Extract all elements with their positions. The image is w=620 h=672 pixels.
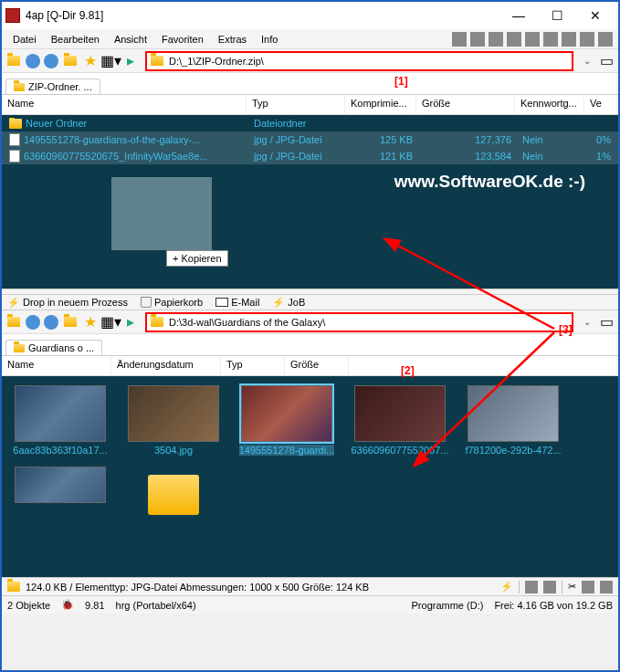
col-typ[interactable]: Typ [221,356,285,375]
maximize-button[interactable]: ☐ [538,3,576,28]
watermark-text: www.SoftwareOK.de :-) [394,172,585,192]
thumb-label: 6aac83b363f10a17... [13,445,107,456]
rightarrow-icon[interactable]: ▸ [122,53,139,69]
tab-folder-icon [14,344,25,352]
menu-bearbeiten[interactable]: Bearbeiten [44,32,107,47]
layout-icon-1[interactable] [452,32,467,47]
file-password: Nein [517,151,586,162]
col-kennwort[interactable]: Kennwortg... [515,95,584,114]
menu-info[interactable]: Info [254,32,285,47]
pane1-address-text: D:\_1\ZIP-Ordner.zip\ [169,56,264,67]
extra-toolbar-icon[interactable]: ▭ [598,314,615,331]
file-size: 123,584 [418,151,517,162]
col-typ[interactable]: Typ [247,95,345,114]
address-dropdown-icon[interactable]: ⌄ [580,317,594,327]
email-button[interactable]: E-Mail [215,297,259,308]
thumbnail[interactable]: 6366096077552067... [349,385,451,456]
nav-up-icon[interactable] [62,314,79,331]
extra-toolbar-icon[interactable]: ▭ [598,53,615,69]
version: 9.81 [85,600,104,611]
view-icon[interactable]: ▦▾ [102,314,119,331]
rightarrow-icon[interactable]: ▸ [122,314,139,331]
minimize-button[interactable]: — [499,3,538,28]
close-button[interactable]: ✕ [576,3,615,28]
pane1-columns: Name Typ Komprimie... Größe Kennwortg...… [2,95,618,115]
col-komp[interactable]: Komprimie... [345,95,416,114]
mid-toolbar: ⚡Drop in neuem Prozess Papierkorb E-Mail… [2,294,618,310]
mail-icon [215,298,228,307]
thumbnail[interactable]: 6aac83b363f10a17... [9,385,111,456]
view-icon[interactable]: ▦▾ [102,53,119,69]
thumb-image [241,385,332,442]
layout-icon-5[interactable] [525,32,540,47]
paste-icon[interactable] [600,581,613,593]
layout-icon-2[interactable] [470,32,485,47]
file-ratio: 1% [586,151,616,162]
thumbnail[interactable] [9,467,111,523]
drop-process-button[interactable]: ⚡Drop in neuem Prozess [7,297,128,309]
pane1-tab[interactable]: ZIP-Ordner. ... [5,79,100,94]
nav-up-icon[interactable] [62,53,79,69]
status-icon-1[interactable] [525,581,538,593]
layout-icon-7[interactable] [562,32,576,47]
file-row[interactable]: 1495551278-guardians-of-the-galaxy-...jp… [2,131,618,148]
file-compressed: 125 KB [347,134,418,145]
status-icon-2[interactable] [543,581,556,593]
nav-fwd-icon[interactable] [44,54,58,68]
layout-icon-9[interactable] [598,32,613,47]
address-folder-icon [151,317,163,327]
layout-icon-6[interactable] [543,32,558,47]
bolt-icon[interactable]: ⚡ [500,581,513,593]
col-groesse[interactable]: Größe [285,356,349,375]
papierkorb-button[interactable]: Papierkorb [141,297,203,308]
thumbnail[interactable]: 1495551278-guardi... [236,385,338,456]
layout-icon-3[interactable] [489,32,503,47]
tab-folder-icon [14,83,25,91]
job-button[interactable]: ⚡JoB [272,297,305,309]
folder-icon[interactable] [5,314,22,331]
col-groesse[interactable]: Größe [416,95,515,114]
col-name[interactable]: Name [2,356,111,375]
pane2-content[interactable]: 6aac83b363f10a17...3504.jpg1495551278-gu… [2,376,618,577]
layout-icon-4[interactable] [507,32,521,47]
pane1-address-bar[interactable]: D:\_1\ZIP-Ordner.zip\ [146,52,573,70]
col-aend[interactable]: Änderungsdatum [111,356,221,375]
pane2-tab[interactable]: Guardians o ... [5,340,102,355]
thumb-label: 1495551278-guardi... [239,445,335,456]
col-name[interactable]: Name [2,95,247,114]
nav-back-icon[interactable] [26,315,40,330]
cut-icon[interactable]: ✂ [568,581,576,593]
thumbnail-folder[interactable] [122,467,225,523]
pane1-toolbar: ★ ▦▾ ▸ D:\_1\ZIP-Ordner.zip\ ⌄ ▭ [2,49,618,73]
menu-favoriten[interactable]: Favoriten [154,32,211,47]
copy-icon[interactable] [582,581,594,593]
status-text: 124.0 KB / Elementtyp: JPG-Datei Abmessu… [26,582,369,593]
nav-back-icon[interactable] [26,54,40,68]
favorite-icon[interactable]: ★ [82,53,99,69]
folder-icon [9,119,22,129]
favorite-icon[interactable]: ★ [82,314,99,331]
menu-datei[interactable]: Datei [5,32,44,47]
file-row[interactable]: 63660960775520675_InfinityWar5ae8e...jpg… [2,148,618,164]
thumb-image [468,385,559,442]
menu-extras[interactable]: Extras [211,32,254,47]
file-icon [9,133,20,146]
nav-fwd-icon[interactable] [44,315,58,330]
thumbnail[interactable]: 3504.jpg [122,385,225,456]
layout-icon-8[interactable] [580,32,594,47]
folder-row[interactable]: Neuer OrdnerDateiordner [2,115,618,131]
thumb-label: f781200e-292b-472... [465,445,561,456]
statusbar: 124.0 KB / Elementtyp: JPG-Datei Abmessu… [2,577,618,595]
pane2-address-bar[interactable]: D:\3d-wal\Guardians of the Galaxy\ [146,313,573,331]
file-size: 127,376 [418,134,517,145]
menu-ansicht[interactable]: Ansicht [107,32,154,47]
col-ve[interactable]: Ve [584,95,618,114]
thumbnail[interactable]: f781200e-292b-472... [462,385,564,456]
object-count: 2 Objekte [7,600,50,611]
address-dropdown-icon[interactable]: ⌄ [580,56,594,66]
pane1-tab-label: ZIP-Ordner. ... [28,81,92,92]
pane1-tabstrip: ZIP-Ordner. ... [2,73,618,95]
pane1-content[interactable]: Neuer OrdnerDateiordner1495551278-guardi… [2,115,618,289]
folder-icon[interactable] [5,53,22,69]
file-name: 1495551278-guardians-of-the-galaxy-... [24,134,200,145]
